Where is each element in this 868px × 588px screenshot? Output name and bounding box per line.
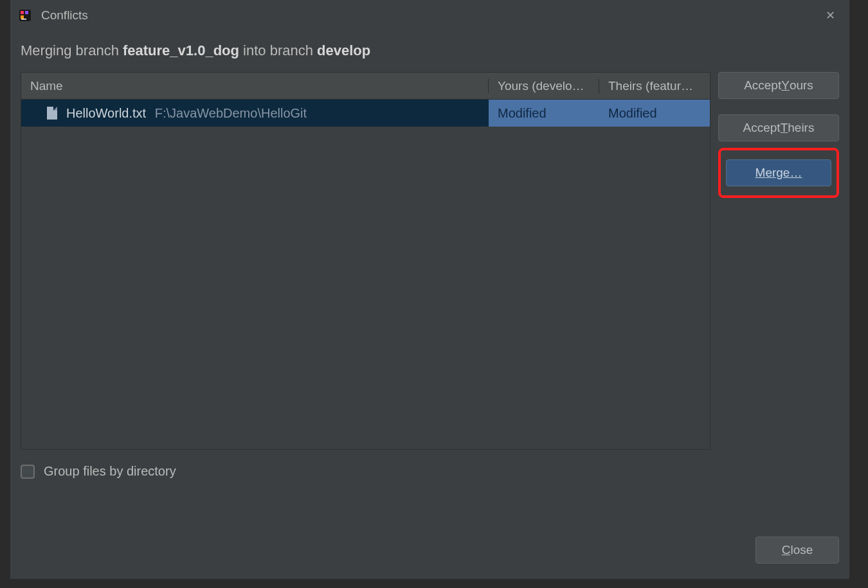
btn-mn: C — [782, 543, 791, 557]
body-row: Name Yours (develo… Theirs (featur… Hell… — [10, 72, 849, 450]
close-icon[interactable]: ✕ — [820, 6, 840, 25]
dialog-title: Conflicts — [41, 8, 820, 22]
svg-rect-4 — [21, 19, 26, 20]
cell-theirs: Modified — [599, 100, 710, 127]
file-icon — [47, 107, 57, 120]
cell-name: HelloWorld.txt F:\JavaWebDemo\HelloGit — [21, 100, 489, 127]
btn-mn: T — [781, 121, 788, 135]
svg-rect-2 — [25, 11, 28, 14]
merge-highlight: Merge… — [718, 148, 839, 198]
merge-prefix: Merging branch — [21, 42, 123, 58]
app-icon — [19, 10, 31, 21]
filepath: F:\JavaWebDemo\HelloGit — [155, 106, 307, 121]
btn-label-post: erge… — [765, 166, 802, 179]
group-files-label: Group files by directory — [44, 464, 176, 479]
btn-mn: M — [755, 166, 766, 179]
svg-rect-3 — [21, 15, 24, 19]
merge-message: Merging branch feature_v1.0_dog into bra… — [10, 31, 849, 72]
table-header: Name Yours (develo… Theirs (featur… — [21, 73, 710, 100]
table-body: HelloWorld.txt F:\JavaWebDemo\HelloGit M… — [21, 100, 710, 449]
titlebar: Conflicts ✕ — [10, 0, 849, 31]
cell-yours: Modified — [489, 100, 599, 127]
close-button[interactable]: Close — [755, 537, 839, 564]
merge-button[interactable]: Merge… — [726, 159, 831, 186]
filename: HelloWorld.txt — [66, 106, 146, 121]
group-files-checkbox[interactable] — [21, 465, 35, 479]
th-yours[interactable]: Yours (develo… — [489, 79, 599, 93]
merge-middle: into branch — [239, 42, 317, 58]
bottom-row: Close — [10, 537, 849, 579]
side-buttons: Accept Yours Accept Theirs Merge… — [710, 72, 839, 450]
svg-rect-1 — [21, 11, 24, 14]
th-theirs[interactable]: Theirs (featur… — [599, 79, 710, 93]
btn-label-post: heirs — [788, 121, 814, 135]
btn-label-pre: Accept — [744, 78, 781, 93]
table-row[interactable]: HelloWorld.txt F:\JavaWebDemo\HelloGit M… — [21, 100, 710, 127]
btn-label-pre: Accept — [743, 121, 781, 135]
th-name[interactable]: Name — [21, 79, 489, 93]
footer-row: Group files by directory — [10, 450, 849, 479]
accept-yours-button[interactable]: Accept Yours — [718, 72, 839, 99]
conflicts-dialog: Conflicts ✕ Merging branch feature_v1.0_… — [10, 0, 849, 579]
btn-label-post: lose — [790, 543, 813, 557]
branch-from: feature_v1.0_dog — [123, 42, 239, 58]
conflicts-table: Name Yours (develo… Theirs (featur… Hell… — [21, 72, 710, 450]
accept-theirs-button[interactable]: Accept Theirs — [718, 114, 839, 141]
branch-to: develop — [317, 42, 370, 58]
btn-label-post: ours — [790, 78, 813, 93]
btn-mn: Y — [781, 78, 790, 93]
